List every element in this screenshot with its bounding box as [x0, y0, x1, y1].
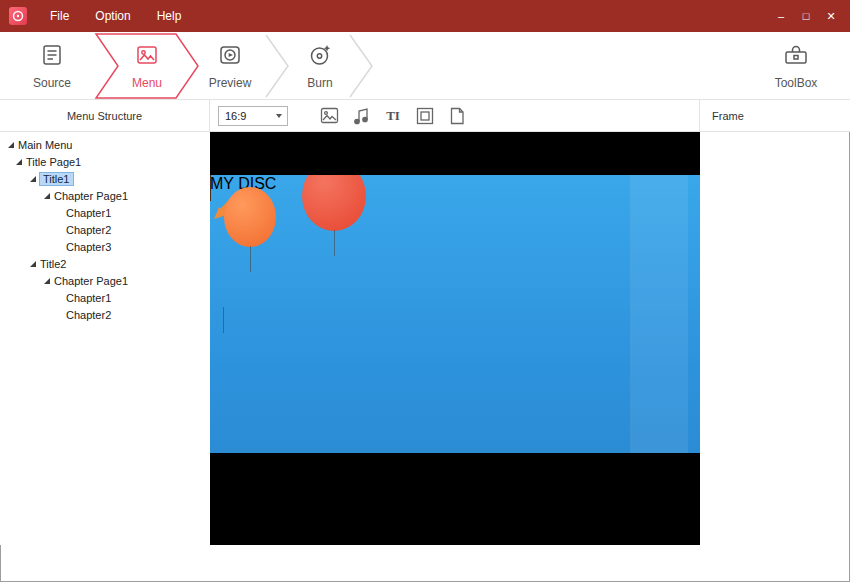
- menu-option[interactable]: Option: [82, 0, 143, 32]
- preview-play-icon: [218, 43, 242, 71]
- text-tool-glyph: TI: [386, 108, 400, 124]
- tree-item-main-menu[interactable]: Main Menu: [0, 136, 210, 153]
- tree-expand-icon[interactable]: [16, 159, 22, 165]
- tab-menu[interactable]: Menu: [105, 32, 189, 100]
- tab-source-label: Source: [33, 76, 71, 90]
- thumbnail-tool-button[interactable]: [444, 104, 470, 128]
- aspect-ratio-dropdown[interactable]: 16:9: [218, 106, 288, 126]
- tree-item-label: Title2: [40, 258, 67, 270]
- arrow-down-left-icon: [210, 193, 700, 227]
- tab-burn[interactable]: Burn: [282, 32, 358, 100]
- tree-item-chapter1[interactable]: Chapter1: [0, 204, 210, 221]
- tree-item-label: Chapter Page1: [54, 275, 128, 287]
- tree-item-chapter-page1[interactable]: Chapter Page1: [0, 187, 210, 204]
- toolbox-button[interactable]: ToolBox: [754, 32, 838, 100]
- tree-expand-icon[interactable]: [44, 278, 50, 284]
- toolbox-icon: [783, 43, 809, 71]
- chevron-down-icon: [276, 114, 282, 118]
- tab-preview-label: Preview: [209, 76, 252, 90]
- close-button[interactable]: ✕: [820, 5, 842, 27]
- toolbox-label: ToolBox: [775, 76, 818, 90]
- tree-item-label: Chapter1: [66, 207, 111, 219]
- tree-expand-icon[interactable]: [30, 176, 36, 182]
- next-page-button[interactable]: →: [210, 150, 700, 168]
- balloon: [210, 259, 244, 307]
- tree-item-label: Title1: [40, 173, 73, 185]
- maximize-button[interactable]: □: [795, 5, 817, 27]
- tree-expand-icon[interactable]: [8, 142, 14, 148]
- tab-burn-label: Burn: [307, 76, 332, 90]
- tree-expand-icon[interactable]: [44, 193, 50, 199]
- dvd-creator-window: File Option Help – □ ✕ Source: [0, 0, 850, 582]
- frame-panel-header: Frame: [700, 100, 850, 131]
- tree-item-label: Chapter Page1: [54, 190, 128, 202]
- frame-panel-title: Frame: [712, 110, 744, 122]
- tree-item-title-page1[interactable]: Title Page1: [0, 153, 210, 170]
- menu-structure-tree: Main Menu Title Page1 Title1 Chapter Pag…: [0, 132, 210, 545]
- menu-preview-scene[interactable]: MY DISC: [210, 175, 700, 453]
- tree-item-label: Chapter2: [66, 224, 111, 236]
- tree-item-chapter2[interactable]: Chapter2: [0, 221, 210, 238]
- menu-help[interactable]: Help: [144, 0, 195, 32]
- tab-preview[interactable]: Preview: [192, 32, 268, 100]
- menu-tools: 16:9 TI: [210, 100, 700, 131]
- menu-preview: MY DISC ← →: [210, 132, 700, 545]
- step-navigation: Source Menu Preview: [0, 32, 850, 100]
- previous-page-button[interactable]: ←: [210, 132, 700, 150]
- menu-structure-label: Menu Structure: [67, 110, 142, 122]
- disc-menu-title[interactable]: MY DISC: [210, 175, 700, 193]
- background-image-tool-button[interactable]: [316, 104, 342, 128]
- frame-tool-button[interactable]: [412, 104, 438, 128]
- text-tool-button[interactable]: TI: [380, 104, 406, 128]
- menu-structure-header: Menu Structure: [0, 100, 210, 131]
- tree-item-label: Chapter1: [66, 292, 111, 304]
- background-music-tool-button[interactable]: [348, 104, 374, 128]
- tree-item-chapter2-b[interactable]: Chapter2: [0, 306, 210, 323]
- window-controls: – □ ✕: [770, 5, 850, 27]
- burn-disc-icon: [308, 43, 332, 71]
- tree-item-label: Title Page1: [26, 156, 81, 168]
- tree-item-chapter1-b[interactable]: Chapter1: [0, 289, 210, 306]
- aspect-ratio-value: 16:9: [219, 110, 271, 122]
- tree-item-label: Main Menu: [18, 139, 72, 151]
- menu-template-icon: [135, 43, 159, 71]
- balloon: [224, 187, 276, 247]
- tab-source[interactable]: Source: [14, 32, 90, 100]
- tree-item-chapter-page1-b[interactable]: Chapter Page1: [0, 272, 210, 289]
- app-logo-icon: [9, 7, 27, 25]
- preview-control-bar: ← →: [210, 132, 700, 168]
- tab-menu-label: Menu: [132, 76, 162, 90]
- source-icon: [40, 43, 64, 71]
- tree-item-title1[interactable]: Title1: [0, 170, 210, 187]
- tree-expand-icon[interactable]: [30, 261, 36, 267]
- tree-item-title2[interactable]: Title2: [0, 255, 210, 272]
- sub-toolbar: Menu Structure 16:9 TI: [0, 100, 850, 132]
- titlebar: File Option Help – □ ✕: [0, 0, 850, 32]
- minimize-button[interactable]: –: [770, 5, 792, 27]
- menu-file[interactable]: File: [37, 0, 82, 32]
- tree-item-chapter3[interactable]: Chapter3: [0, 238, 210, 255]
- tree-item-label: Chapter3: [66, 241, 111, 253]
- tree-item-label: Chapter2: [66, 309, 111, 321]
